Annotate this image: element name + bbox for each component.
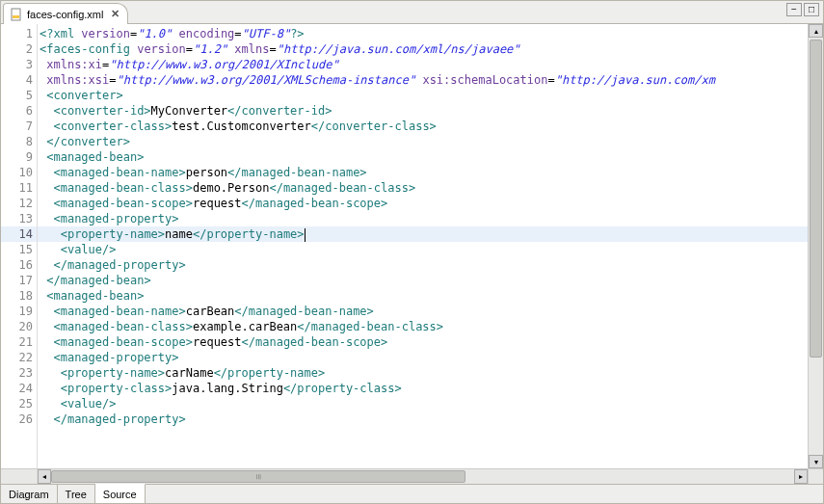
- line-number: 7: [1, 119, 37, 134]
- file-tab[interactable]: faces-config.xml ✕: [3, 3, 128, 24]
- line-number: 13: [1, 211, 37, 226]
- vertical-scrollbar[interactable]: ▴ ▾: [808, 24, 823, 468]
- code-editor[interactable]: <?xml version="1.0" encoding="UTF-8"?><f…: [38, 24, 808, 468]
- code-line[interactable]: <managed-bean-scope>request</managed-bea…: [38, 334, 808, 350]
- code-line[interactable]: <property-name>carName</property-name>: [38, 365, 808, 381]
- code-line[interactable]: <managed-bean-class>example.carBean</man…: [38, 319, 808, 334]
- code-line[interactable]: </managed-bean>: [38, 273, 808, 288]
- close-icon[interactable]: ✕: [111, 8, 120, 20]
- horizontal-scrollbar-row: ◂ ▸: [1, 468, 823, 484]
- line-number: 5: [1, 88, 37, 103]
- file-tab-label: faces-config.xml: [27, 9, 103, 20]
- line-number: 21: [1, 334, 37, 350]
- code-line[interactable]: <managed-bean-scope>request</managed-bea…: [38, 196, 808, 211]
- line-number: 24: [1, 381, 37, 396]
- code-line[interactable]: xmlns:xi="http://www.w3.org/2001/XInclud…: [38, 57, 808, 72]
- code-line[interactable]: <managed-bean>: [38, 288, 808, 304]
- code-line[interactable]: <?xml version="1.0" encoding="UTF-8"?>: [38, 26, 808, 41]
- line-number: 3: [1, 57, 37, 72]
- code-line[interactable]: </converter>: [38, 134, 808, 149]
- line-number: 8: [1, 134, 37, 149]
- line-number: 23: [1, 365, 37, 381]
- code-line[interactable]: <converter-id>MyConverter</converter-id>: [38, 103, 808, 119]
- xml-file-icon: [10, 8, 23, 21]
- window-controls: − □: [786, 3, 819, 16]
- maximize-button[interactable]: □: [804, 3, 819, 16]
- code-line[interactable]: <faces-config version="1.2" xmlns="http:…: [38, 41, 808, 57]
- editor-bottom-tabs: Diagram Tree Source: [1, 484, 823, 503]
- line-number: 19: [1, 304, 37, 319]
- code-line[interactable]: <converter-class>test.Customconverter</c…: [38, 119, 808, 134]
- line-number: 10: [1, 165, 37, 180]
- code-line[interactable]: </managed-property>: [38, 257, 808, 273]
- line-number: 14: [1, 226, 37, 242]
- editor-area: 1234567891011121314151617181920212223242…: [1, 24, 823, 468]
- line-number: 6: [1, 103, 37, 119]
- code-line[interactable]: <managed-property>: [38, 211, 808, 226]
- line-number: 26: [1, 411, 37, 427]
- code-line[interactable]: xmlns:xsi="http://www.w3.org/2001/XMLSch…: [38, 72, 808, 88]
- editor-tab-bar: faces-config.xml ✕ − □: [1, 1, 823, 24]
- hscroll-gutter-spacer: [1, 469, 38, 484]
- code-line[interactable]: <converter>: [38, 88, 808, 103]
- line-number: 25: [1, 396, 37, 411]
- minimize-button[interactable]: −: [786, 3, 802, 16]
- code-line[interactable]: <value/>: [38, 396, 808, 411]
- line-number: 1: [1, 26, 37, 41]
- line-number: 11: [1, 180, 37, 196]
- scroll-left-button[interactable]: ◂: [38, 469, 51, 484]
- code-line[interactable]: </managed-property>: [38, 411, 808, 427]
- line-number: 9: [1, 149, 37, 165]
- line-number: 15: [1, 242, 37, 257]
- svg-rect-1: [13, 15, 19, 18]
- scroll-right-button[interactable]: ▸: [794, 469, 808, 484]
- code-line[interactable]: <managed-bean-class>demo.Person</managed…: [38, 180, 808, 196]
- tab-source[interactable]: Source: [95, 484, 146, 503]
- horizontal-scroll-thumb[interactable]: [51, 470, 465, 483]
- line-gutter: 1234567891011121314151617181920212223242…: [1, 24, 38, 468]
- code-line[interactable]: <property-name>name</property-name>: [38, 226, 808, 242]
- code-line[interactable]: <property-class>java.lang.String</proper…: [38, 381, 808, 396]
- hscroll-corner-spacer: [808, 469, 823, 484]
- line-number: 20: [1, 319, 37, 334]
- line-number: 2: [1, 41, 37, 57]
- line-number: 4: [1, 72, 37, 88]
- line-number: 17: [1, 273, 37, 288]
- line-number: 12: [1, 196, 37, 211]
- scroll-up-button[interactable]: ▴: [809, 24, 823, 38]
- code-line[interactable]: <managed-property>: [38, 350, 808, 365]
- tab-tree[interactable]: Tree: [58, 485, 95, 503]
- horizontal-scrollbar[interactable]: ◂ ▸: [38, 469, 808, 484]
- code-line[interactable]: <value/>: [38, 242, 808, 257]
- svg-rect-0: [12, 9, 20, 20]
- line-number: 18: [1, 288, 37, 304]
- line-number: 22: [1, 350, 37, 365]
- line-number: 16: [1, 257, 37, 273]
- scroll-down-button[interactable]: ▾: [809, 455, 823, 468]
- vertical-scroll-thumb[interactable]: [810, 40, 822, 358]
- code-line[interactable]: <managed-bean-name>person</managed-bean-…: [38, 165, 808, 180]
- code-line[interactable]: <managed-bean-name>carBean</managed-bean…: [38, 304, 808, 319]
- tab-diagram[interactable]: Diagram: [1, 485, 58, 503]
- code-line[interactable]: <managed-bean>: [38, 149, 808, 165]
